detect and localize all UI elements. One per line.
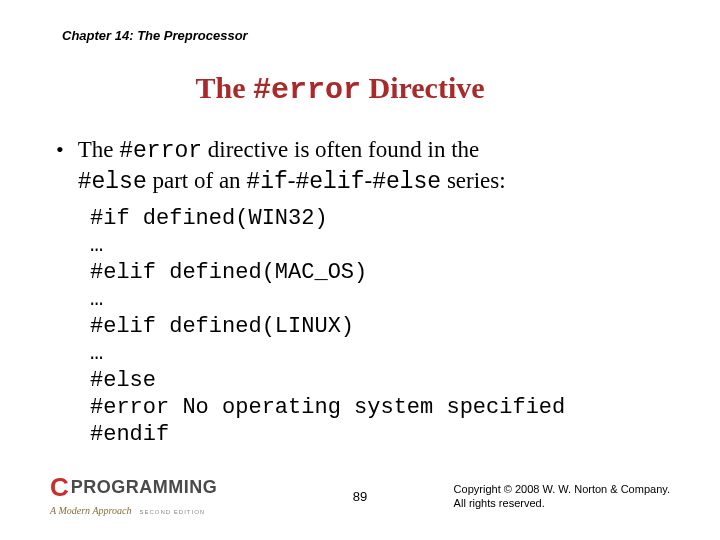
- bt6: series:: [441, 168, 506, 193]
- footer: C PROGRAMMING A Modern Approach SECOND E…: [50, 474, 670, 518]
- logo: C PROGRAMMING A Modern Approach SECOND E…: [50, 474, 217, 518]
- slide-title: The #error Directive: [10, 71, 670, 107]
- bm3: #if: [246, 169, 287, 195]
- chapter-header: Chapter 14: The Preprocessor: [62, 28, 670, 43]
- page-number: 89: [353, 489, 367, 504]
- logo-c-letter: C: [50, 474, 69, 500]
- bt5: -: [364, 168, 372, 193]
- bm4: #elif: [295, 169, 364, 195]
- bullet-block: • The #error directive is often found in…: [56, 135, 670, 197]
- code-block: #if defined(WIN32) … #elif defined(MAC_O…: [90, 205, 670, 448]
- copyright-line1: Copyright © 2008 W. W. Norton & Company.: [454, 482, 670, 496]
- logo-subtitle: A Modern Approach: [50, 505, 131, 516]
- bt1: The: [78, 137, 120, 162]
- bm5: #else: [372, 169, 441, 195]
- bullet-text: The #error directive is often found in t…: [78, 135, 506, 197]
- title-pre: The: [195, 71, 253, 104]
- bt3: part of an: [147, 168, 247, 193]
- copyright: Copyright © 2008 W. W. Norton & Company.…: [454, 482, 670, 511]
- title-mono: #error: [253, 73, 361, 107]
- bm2: #else: [78, 169, 147, 195]
- logo-edition: SECOND EDITION: [139, 509, 205, 515]
- bt2: directive is often found in the: [202, 137, 479, 162]
- bm1: #error: [119, 138, 202, 164]
- title-post: Directive: [361, 71, 485, 104]
- logo-programming: PROGRAMMING: [71, 478, 218, 496]
- bullet-dot: •: [56, 135, 64, 165]
- copyright-line2: All rights reserved.: [454, 496, 670, 510]
